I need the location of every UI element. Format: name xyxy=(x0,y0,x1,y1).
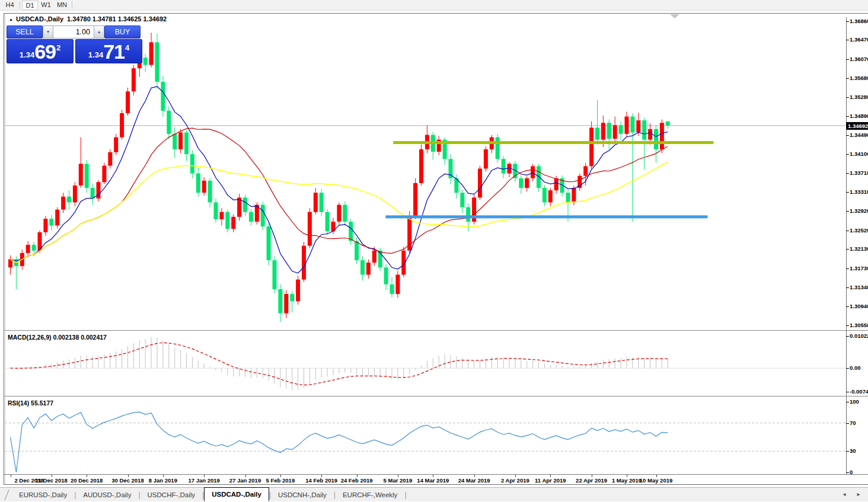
price-axis-tick xyxy=(846,154,849,155)
chart-title: ▲USDCAD-,Daily1.34780 1.34781 1.34625 1.… xyxy=(9,15,167,23)
timeframe-button-mn[interactable]: MN xyxy=(54,1,70,10)
price-axis-tick xyxy=(846,59,849,60)
price-axis-tick xyxy=(846,173,849,174)
macd-pane[interactable] xyxy=(5,331,845,396)
date-axis-label: 8 Jan 2019 xyxy=(139,477,187,484)
rsi-label: RSI(14) 55.5177 xyxy=(8,399,53,407)
candles-layer xyxy=(8,33,670,322)
price-axis-tick xyxy=(846,325,849,326)
chart-ohlc-values: 1.34780 1.34781 1.34625 1.34692 xyxy=(67,15,167,23)
tab-scroll-right-button[interactable]: ▸ xyxy=(854,490,863,499)
date-axis-label: 17 Jan 2019 xyxy=(180,477,228,484)
rsi-axis-tick xyxy=(846,472,849,473)
chart-symbol-label: USDCAD-,Daily xyxy=(16,15,63,23)
macd-axis-label: 0.00 xyxy=(850,364,868,372)
toolbar-separator xyxy=(72,1,72,9)
sell-price-big: 69 xyxy=(34,41,56,62)
timeframe-toolbar: H4D1W1MN xyxy=(0,0,868,11)
macd-histogram xyxy=(11,337,668,391)
buy-price-display[interactable]: 1.34 71 4 xyxy=(75,39,142,63)
date-axis-label: 11 Apr 2019 xyxy=(526,477,574,484)
tab-separator: | xyxy=(404,491,406,499)
price-axis-tick xyxy=(846,249,849,250)
price-axis-label: 1.36470 xyxy=(850,36,868,43)
price-axis-label: 1.35680 xyxy=(850,75,868,82)
price-axis-label: 1.32130 xyxy=(850,245,868,252)
collapse-panel-icon[interactable]: ▲ xyxy=(9,17,13,21)
chart-tabs: EURUSD-,Daily|AUDUSD-,Daily|USDCHF-,Dail… xyxy=(12,488,407,502)
buy-price-big: 71 xyxy=(103,41,125,62)
timeframe-buttons: H4D1W1MN xyxy=(2,1,74,10)
macd-label: MACD(12,26,9) 0.002138 0.002417 xyxy=(8,334,107,341)
sell-price-sup: 2 xyxy=(56,43,60,52)
timeframe-button-w1[interactable]: W1 xyxy=(38,1,54,10)
volume-increase-button[interactable]: ▴ xyxy=(94,25,104,39)
date-axis-label: 24 Feb 2019 xyxy=(333,477,381,484)
chart-shift-marker-icon xyxy=(670,14,679,18)
macd-axis-label: 0.010229 xyxy=(850,332,868,340)
volume-decrease-button[interactable]: ▾ xyxy=(43,25,53,39)
price-axis-label: 1.35280 xyxy=(850,94,868,101)
price-axis-tick xyxy=(846,116,849,117)
pane-bottom-border xyxy=(4,474,868,475)
price-axis-tick xyxy=(846,135,849,136)
price-axis-tick xyxy=(846,306,849,307)
rsi-axis-tick xyxy=(846,402,849,402)
price-axis-tick xyxy=(846,231,849,231)
macd-axis-label: -0.007477 xyxy=(850,388,868,395)
macd-axis-tick xyxy=(846,368,849,369)
sell-price-small: 1.34 xyxy=(20,50,34,59)
price-axis-tick xyxy=(846,21,849,22)
timeframe-button-d1[interactable]: D1 xyxy=(22,1,38,10)
buy-button[interactable]: BUY xyxy=(104,25,141,39)
sell-price-display[interactable]: 1.34 69 2 xyxy=(7,39,74,63)
sell-button[interactable]: SELL xyxy=(7,25,43,39)
timeframe-button-h4[interactable]: H4 xyxy=(2,1,18,10)
chart-tab-usdcnh-daily[interactable]: USDCNH-,Daily xyxy=(271,488,334,502)
date-axis-label: 5 Feb 2019 xyxy=(257,477,304,484)
chart-tab-usdchf-daily[interactable]: USDCHF-,Daily xyxy=(141,488,203,502)
chart-tab-eurusd-daily[interactable]: EURUSD-,Daily xyxy=(12,488,74,502)
price-axis-label: 1.32920 xyxy=(850,207,868,215)
price-axis-tick xyxy=(846,40,849,40)
macd-name: MACD(12,26,9) xyxy=(8,334,52,341)
price-axis-tick xyxy=(846,97,849,98)
buy-price-small: 1.34 xyxy=(88,50,103,59)
rsi-axis-tick xyxy=(846,423,849,424)
rsi-pane[interactable] xyxy=(5,397,845,474)
chart-tab-usdcad-daily[interactable]: USDCAD-,Daily xyxy=(204,487,269,501)
rsi-axis-label: 0 xyxy=(850,469,868,476)
date-axis-label: 24 Mar 2019 xyxy=(451,477,498,484)
price-axis-label: 1.33310 xyxy=(850,188,868,196)
price-axis-tick xyxy=(846,192,849,193)
chart-tab-audusd-daily[interactable]: AUDUSD-,Daily xyxy=(76,488,138,502)
chart-tab-eurchf-weekly[interactable]: EURCHF-,Weekly xyxy=(336,488,404,502)
one-click-trading-panel: SELL ▾ ▴ BUY 1.34 69 2 1.34 71 4 xyxy=(7,25,143,63)
toolbar-separator xyxy=(20,1,20,9)
price-axis-label: 1.34100 xyxy=(850,151,868,158)
rsi-axis-label: 30 xyxy=(850,447,868,455)
price-axis-tick xyxy=(846,268,849,269)
price-axis-label: 1.34490 xyxy=(850,132,868,139)
volume-input[interactable] xyxy=(53,25,94,39)
buy-price-sup: 4 xyxy=(125,43,129,52)
rsi-axis-tick xyxy=(846,451,849,452)
price-axis-label: 1.34890 xyxy=(850,113,868,120)
terminal-screen: H4D1W1MN ▲USDCAD-,Daily1.34780 1.34781 1… xyxy=(0,0,868,502)
price-axis-label: 1.31340 xyxy=(850,284,868,291)
chart-window[interactable]: ▲USDCAD-,Daily1.34780 1.34781 1.34625 1.… xyxy=(4,13,868,485)
macd-values: 0.002138 0.002417 xyxy=(53,334,107,341)
tab-scroll-left-button[interactable]: ◂ xyxy=(840,490,849,499)
support-ray xyxy=(385,215,707,218)
resistance-ray xyxy=(393,141,713,144)
price-axis-label: 1.36070 xyxy=(850,56,868,63)
macd-axis-tick xyxy=(846,336,849,337)
rsi-name: RSI(14) xyxy=(8,399,29,407)
rsi-axis-label: 100 xyxy=(850,398,868,405)
price-chart-pane[interactable] xyxy=(5,17,845,330)
price-axis-tick xyxy=(846,78,849,79)
macd-signal-line xyxy=(11,343,668,385)
date-axis-label: 20 Dec 2018 xyxy=(63,477,110,484)
date-axis-label: 10 May 2019 xyxy=(633,477,680,484)
price-axis-border xyxy=(846,17,847,475)
